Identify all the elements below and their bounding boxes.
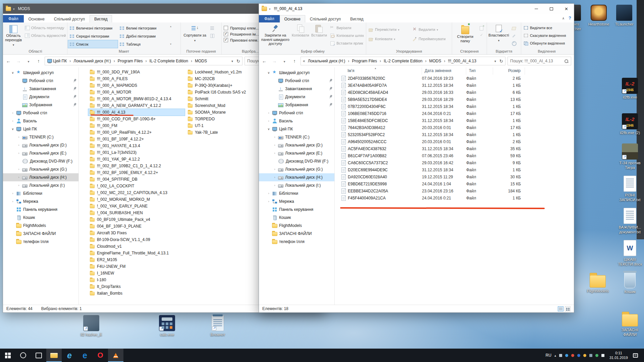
sidebar-item[interactable]: ЗАПАСНІ ФАЙЛИ (259, 230, 334, 238)
sidebar-item[interactable]: Дисковод DVD-RW (F:) (259, 157, 334, 165)
breadcrumb-segment[interactable]: Program Files (352, 59, 384, 63)
invert-selection-button[interactable]: Обернути виділення (522, 40, 567, 47)
file-row[interactable]: 07B72200D4304F6C 31.12.2015 18:34 Файл 1… (335, 103, 574, 110)
taskbar-app-button[interactable] (15, 349, 31, 362)
tray-icon[interactable] (577, 354, 580, 357)
sidebar-item[interactable]: Цей ПК (3, 125, 78, 133)
breadcrumb-segment[interactable]: MODS (195, 59, 212, 63)
sidebar-item[interactable]: Локальний диск (E:) (259, 149, 334, 157)
address-dropdown-icon[interactable] (494, 59, 496, 63)
file-row[interactable]: 52320534F528F0C2 31.12.2015 18:34 Файл 1… (335, 131, 574, 138)
breadcrumb-segment[interactable]: Program Files (118, 59, 150, 63)
tab-home[interactable]: Основне (24, 15, 49, 22)
desktop-icon[interactable]: calc.exe (154, 315, 180, 337)
file-row[interactable]: CA6C60CC5A7373C2 29.03.2016 16:42 Файл 9… (335, 159, 574, 166)
column-header-size[interactable]: Розмір (493, 67, 525, 75)
folder-item[interactable]: 004_BF_109F-3_PLANE (88, 223, 185, 230)
view-checkbox[interactable]: Приховані елем... (224, 38, 260, 42)
select-all-button[interactable]: Виділити все (522, 24, 567, 32)
expand-chevron-icon[interactable] (267, 192, 270, 195)
recent-locations-icon[interactable] (24, 58, 33, 64)
sidebar-item[interactable]: Локальний диск (H:) (3, 173, 78, 181)
file-row[interactable]: 106BE08E745DD716 24.04.2016 0:21 Файл 17… (335, 110, 574, 117)
folder-item[interactable]: !!!_000_3DO_FW_190A (88, 69, 185, 75)
expand-chevron-icon[interactable] (11, 192, 14, 195)
search-box[interactable]: Пошук: !!!_000_AI_4.13 (507, 57, 571, 65)
sidebar-item[interactable]: Зображення (3, 101, 78, 109)
collapse-ribbon-icon[interactable] (562, 16, 565, 20)
file-row[interactable]: 4ED08C8C458AEAD4 29.03.2016 16:33 Файл 6… (335, 89, 574, 96)
folder-item[interactable]: !!!_000_COD_FOR_BF-109G-6+ (88, 116, 185, 122)
quick-access-toolbar-dropdown-icon[interactable] (269, 6, 271, 11)
folder-item[interactable]: Italian_Bombs (88, 290, 185, 297)
tab-file[interactable]: Файл (3, 15, 24, 22)
expand-chevron-icon[interactable] (17, 184, 20, 187)
desktop-icon[interactable]: FlightModels (585, 272, 610, 293)
expand-chevron-icon[interactable] (11, 71, 14, 74)
sidebar-item[interactable]: Мережа (259, 197, 334, 205)
desktop-icon[interactable]: Hearthstone (586, 5, 611, 26)
details-pane-button[interactable]: Область відомостей (23, 32, 67, 39)
folder-item[interactable]: Aircraft 3D Fixes (88, 230, 185, 236)
folder-item[interactable]: !!!_000_A_NEW_GARMATY_4.12.2 (88, 102, 185, 109)
folder-item[interactable]: !!!_001_YAK_9P_4.12.2 (88, 156, 185, 163)
move-to-button[interactable]: Перемістити (367, 26, 410, 33)
folder-item[interactable]: !!!_002_BF_109B2_C1_D_1_4.12.2 (88, 163, 185, 169)
desktop-icon[interactable]: ЦІКАВІ ТЕКСТИ.docx (617, 240, 643, 267)
column-header-date[interactable]: Дата змінення (422, 67, 466, 75)
action-center-icon[interactable] (633, 353, 638, 358)
folder-item[interactable]: !!!_002_BF_109E_EMILY_4.12.2+ (88, 169, 185, 176)
sidebar-item[interactable]: Кошик (3, 214, 78, 222)
tab-home[interactable]: Основне (280, 15, 305, 22)
add-columns-icon[interactable] (210, 33, 215, 38)
expand-chevron-icon[interactable] (17, 168, 20, 171)
sidebar-item[interactable]: Василь (3, 117, 78, 125)
back-button[interactable] (4, 58, 12, 64)
help-icon[interactable] (569, 15, 571, 20)
taskbar-app-button[interactable] (77, 349, 93, 362)
sidebar-item[interactable]: Зображення (259, 101, 334, 109)
file-row[interactable]: D20EC69E9944DE9C 31.12.2015 18:34 Файл 1… (335, 166, 574, 173)
expand-chevron-icon[interactable] (17, 143, 20, 147)
folder-item[interactable]: !_002_MC_202_12_CAPITOLINA_4.13 (88, 189, 185, 196)
sidebar-item[interactable]: Мережа (3, 197, 78, 205)
forward-button[interactable] (270, 58, 278, 64)
tray-icon[interactable] (595, 354, 598, 357)
desktop-icon[interactable]: Кошик (617, 272, 643, 294)
folder-item[interactable]: !!!_000_A_MOTOR_BMW-801D-2_4.13.4 (88, 96, 185, 102)
layout-scroll[interactable]: ▲▼ (168, 23, 173, 47)
folder-item[interactable]: 00_BF109_Ultimate_Pack_v4 (88, 216, 185, 223)
folder-item[interactable]: !_002_MORANE_MORKO_M (88, 196, 185, 203)
sidebar-item[interactable]: Завантаження (259, 85, 334, 93)
sidebar-item[interactable]: Швидкий доступ (259, 69, 334, 77)
expand-chevron-icon[interactable] (273, 152, 276, 155)
forward-button[interactable] (14, 58, 22, 64)
file-row[interactable]: A9645020052A6CCC 20.03.2016 0:01 Файл 2 … (335, 138, 574, 145)
folder-item[interactable]: !!!_000_A_FILES (88, 75, 185, 82)
sidebar-item[interactable]: Бібліотеки (259, 189, 334, 197)
sidebar-item[interactable]: Панель керування (3, 205, 78, 214)
tray-icon[interactable] (583, 354, 586, 357)
expand-chevron-icon[interactable] (267, 127, 270, 131)
file-row[interactable]: AC5FA4E0C4387632 31.12.2015 18:34 Файл 3… (335, 145, 574, 152)
file-row[interactable]: DA920CD60E028A40 19.12.2015 11:29 Файл 3… (335, 173, 574, 180)
sidebar-item[interactable]: Локальний диск (H:) (259, 173, 334, 181)
sidebar-item[interactable]: Цей ПК (259, 125, 334, 133)
expand-chevron-icon[interactable] (11, 119, 14, 123)
taskbar-app-button[interactable] (46, 349, 62, 362)
breadcrumb-segment[interactable]: Цей ПК (53, 59, 73, 63)
folder-item[interactable]: I_16NEW (88, 270, 185, 277)
delete-button[interactable]: Видалити (411, 26, 450, 33)
layout-option[interactable]: Список (68, 40, 118, 48)
expand-chevron-icon[interactable] (11, 111, 14, 115)
sidebar-item[interactable]: TENNER (C:) (259, 133, 334, 141)
breadcrumb-segment[interactable]: IL-2 Complete Edition (384, 59, 429, 63)
file-row[interactable]: 76442B3A0D386412 20.03.2016 0:01 Файл 17… (335, 124, 574, 131)
file-row[interactable]: B61C4F7AF1A00B82 07.06.2015 23:46 Файл 5… (335, 152, 574, 159)
breadcrumb-overflow-icon[interactable] (303, 59, 307, 63)
maximize-button[interactable] (544, 4, 559, 14)
desktop-icon[interactable]: ВАЖЛИВИ... документ.txt (617, 208, 643, 235)
easy-access-icon[interactable] (479, 33, 484, 38)
folder-item[interactable]: I-180 (88, 277, 185, 283)
sort-by-button[interactable]: Сортувати за (181, 23, 208, 48)
